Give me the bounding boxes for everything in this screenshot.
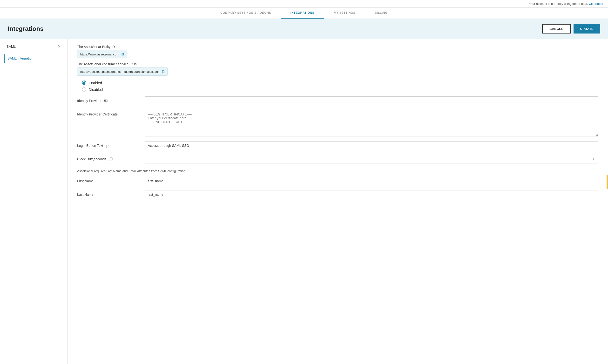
top-notification-bar: Your account is currently using demo dat… (0, 0, 608, 8)
demo-message: Your account is currently using demo dat… (529, 2, 588, 6)
consumer-url-label: The AssetSonar consumer service url is: (77, 62, 598, 66)
enabled-radio-circle (82, 80, 86, 85)
tab-billing[interactable]: BILLING (365, 8, 397, 19)
entity-id-row: The AssetSonar Entity ID is: https://www… (77, 45, 598, 58)
form-row-first-name: First Name (77, 177, 598, 185)
search-input[interactable] (7, 45, 58, 49)
form-label-first-name: First Name (77, 177, 140, 183)
clock-drift-info-icon[interactable]: i (109, 157, 113, 161)
tab-integrations[interactable]: INTEGRATIONS (281, 8, 324, 19)
form-row-identity-provider-url: Identity Provider URL (77, 96, 598, 105)
enabled-radio-option[interactable]: Enabled (82, 80, 598, 85)
status-radio-group: Enabled Disabled (77, 80, 598, 91)
first-name-input[interactable] (145, 177, 598, 185)
attribute-fields-section: First Name Last Name (77, 177, 598, 199)
update-button[interactable]: UPDATE (573, 24, 600, 34)
copy-entity-id-icon[interactable]: ⧉ (121, 52, 124, 56)
content-area: The AssetSonar Entity ID is: https://www… (67, 39, 608, 364)
enabled-label: Enabled (89, 81, 102, 85)
last-name-input[interactable] (145, 190, 598, 199)
form-label-identity-provider-certificate: Identity Provider Certificate (77, 110, 140, 116)
consumer-url-display: https://docstest.assetsonar.com/users/au… (77, 67, 168, 76)
login-button-text-info-icon[interactable]: i (105, 144, 108, 147)
entity-id-url-display: https://www.assetsonar.com ⧉ (77, 50, 127, 58)
main-layout: ✕ SAML Integration The AssetSonar Entity… (0, 39, 608, 364)
form-label-last-name: Last Name (77, 190, 140, 196)
clock-drift-input[interactable] (145, 155, 598, 163)
sidebar-item-saml-integration[interactable]: SAML Integration (4, 54, 64, 63)
identity-provider-certificate-input[interactable] (145, 110, 598, 136)
cancel-button[interactable]: CANCEL (542, 24, 570, 34)
disabled-radio-option[interactable]: Disabled (82, 87, 598, 91)
login-button-text-input[interactable] (145, 141, 598, 150)
consumer-url-row: The AssetSonar consumer service url is: … (77, 62, 598, 76)
form-row-identity-provider-certificate: Identity Provider Certificate (77, 110, 598, 136)
search-box: ✕ (4, 43, 64, 50)
form-label-clock-drift: Clock Drift(seconds) i (77, 155, 140, 161)
header-actions: CANCEL UPDATE (542, 24, 600, 34)
form-label-identity-provider-url: Identity Provider URL (77, 96, 140, 103)
saml-notice: AssetSonar requires Last Name and Email … (77, 169, 598, 173)
page-header: Integrations CANCEL UPDATE (0, 19, 608, 39)
disabled-radio-circle (82, 87, 86, 91)
tab-my-settings[interactable]: MY SETTINGS (324, 8, 365, 19)
copy-consumer-url-icon[interactable]: ⧉ (162, 69, 164, 74)
cleanup-link[interactable]: Cleanup d (589, 2, 603, 6)
scroll-indicator (607, 175, 608, 189)
form-row-clock-drift: Clock Drift(seconds) i (77, 155, 598, 163)
disabled-label: Disabled (89, 88, 103, 91)
identity-provider-url-input[interactable] (145, 96, 598, 105)
entity-id-url: https://www.assetsonar.com (80, 52, 119, 56)
form-row-login-button-text: Login Button Text i (77, 141, 598, 150)
tab-company-settings[interactable]: COMPANY SETTINGS & ADDONS (211, 8, 281, 19)
entity-id-label: The AssetSonar Entity ID is: (77, 45, 598, 49)
form-fields-section: Identity Provider URL Identity Provider … (77, 96, 598, 163)
form-row-last-name: Last Name (77, 190, 598, 199)
arrow-annotation (67, 81, 82, 89)
search-clear-icon[interactable]: ✕ (58, 45, 61, 49)
consumer-url: https://docstest.assetsonar.com/users/au… (80, 70, 159, 74)
navigation-tabs: COMPANY SETTINGS & ADDONS INTEGRATIONS M… (0, 8, 608, 19)
sidebar: ✕ SAML Integration (0, 39, 67, 364)
page-title: Integrations (8, 25, 44, 33)
sidebar-item-label: SAML Integration (7, 56, 34, 60)
form-label-login-button-text: Login Button Text i (77, 141, 140, 147)
